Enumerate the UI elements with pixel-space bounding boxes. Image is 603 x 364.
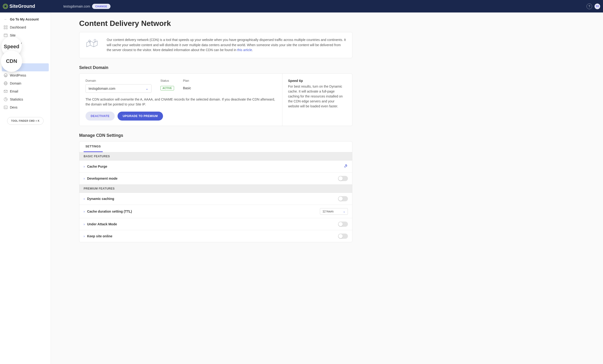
- status-label: Status: [160, 79, 174, 82]
- page-title: Content Delivery Network: [79, 19, 352, 28]
- svg-rect-2: [4, 28, 5, 29]
- basic-features-header: BASIC FEATURES: [79, 152, 352, 160]
- activation-note: The CDN activation will overwrite the A,…: [85, 97, 276, 107]
- sidebar: ← Go To My Account Dashboard Site Securi…: [0, 12, 51, 364]
- chevron-right-icon: ›: [84, 222, 85, 226]
- help-icon[interactable]: ?: [587, 3, 592, 9]
- upgrade-button[interactable]: UPGRADE TO PREMIUM: [117, 112, 163, 121]
- sidebar-item-label: Domain: [10, 81, 21, 85]
- tip-title: Speed tip: [288, 79, 347, 83]
- sidebar-item-label: Statistics: [10, 97, 23, 101]
- avatar[interactable]: SS: [594, 3, 600, 9]
- change-domain-button[interactable]: CHANGE: [92, 4, 111, 9]
- svg-point-19: [346, 165, 347, 166]
- chevron-right-icon: ›: [84, 210, 85, 213]
- sidebar-item-label: Email: [10, 90, 18, 93]
- wordpress-icon: [4, 73, 8, 77]
- sidebar-item-statistics[interactable]: Statistics: [2, 95, 49, 103]
- setting-under-attack[interactable]: › Under Attack Mode: [79, 218, 352, 230]
- grid-icon: [4, 25, 8, 29]
- domain-select-value: testsgdomain.com: [89, 87, 116, 91]
- svg-rect-12: [4, 90, 7, 92]
- ttl-select[interactable]: 12 hours ⌄: [320, 208, 348, 215]
- tip-text: For best results, turn on the Dynamic ca…: [288, 84, 347, 109]
- arrow-left-icon: ←: [4, 17, 8, 21]
- plan-label: Plan: [183, 79, 191, 82]
- chevron-right-icon: ›: [84, 197, 85, 201]
- intro-card: Our content delivery network (CDN) is a …: [79, 32, 352, 58]
- domain-select[interactable]: testsgdomain.com ⌄: [85, 84, 151, 93]
- chevron-down-icon: ⌄: [343, 210, 345, 213]
- toggle-keep-online[interactable]: [338, 234, 348, 239]
- setting-dynamic-caching[interactable]: › Dynamic caching: [79, 193, 352, 205]
- callout-cdn: CDN: [1, 51, 22, 72]
- setting-keep-online[interactable]: › Keep site online: [79, 230, 352, 242]
- svg-point-18: [94, 39, 96, 41]
- current-domain: testsgdomain.com: [63, 4, 90, 8]
- domain-label: Domain: [85, 79, 151, 82]
- select-domain-title: Select Domain: [79, 65, 352, 70]
- chevron-down-icon: ⌄: [146, 87, 148, 91]
- sidebar-back-label: Go To My Account: [10, 17, 39, 21]
- sidebar-item-devs[interactable]: Devs: [2, 103, 49, 111]
- ttl-value: 12 hours: [323, 210, 334, 213]
- premium-features-header: PREMIUM FEATURES: [79, 185, 352, 193]
- globe-icon: [4, 81, 8, 85]
- tool-finder-button[interactable]: TOOL FINDER CMD + K: [7, 117, 44, 125]
- plan-value: Basic: [183, 84, 191, 90]
- toggle-dev-mode[interactable]: [338, 176, 348, 181]
- chevron-right-icon: ›: [84, 177, 85, 180]
- terminal-icon: [4, 105, 8, 109]
- setting-dev-mode[interactable]: › Development mode: [79, 173, 352, 185]
- toggle-dynamic-caching[interactable]: [338, 196, 348, 201]
- sidebar-item-domain[interactable]: Domain: [2, 79, 49, 87]
- sidebar-item-email[interactable]: Email: [2, 87, 49, 95]
- svg-rect-1: [6, 26, 7, 27]
- sidebar-item-wordpress[interactable]: WordPress: [2, 71, 49, 79]
- sidebar-item-dashboard[interactable]: Dashboard: [2, 23, 49, 31]
- toggle-under-attack[interactable]: [338, 222, 348, 227]
- logo-icon: [3, 4, 8, 9]
- rocket-icon[interactable]: [344, 164, 348, 169]
- sidebar-item-label: WordPress: [10, 73, 26, 77]
- status-badge: ACTIVE: [160, 86, 174, 91]
- browser-icon: [4, 34, 8, 37]
- brand-logo[interactable]: SiteGround: [3, 3, 35, 9]
- svg-rect-4: [4, 34, 7, 37]
- chevron-right-icon: ›: [84, 165, 85, 168]
- tab-settings[interactable]: SETTINGS: [84, 141, 103, 152]
- setting-ttl[interactable]: › Cache duration setting (TTL) 12 hours …: [79, 205, 352, 218]
- sidebar-item-label: Devs: [10, 105, 17, 109]
- pie-icon: [4, 97, 8, 101]
- mail-icon: [4, 90, 8, 93]
- deactivate-button[interactable]: DEACTIVATE: [85, 112, 115, 121]
- setting-cache-purge[interactable]: › Cache Purge: [79, 160, 352, 173]
- intro-text: Our content delivery network (CDN) is a …: [107, 37, 346, 53]
- brand-name: SiteGround: [9, 3, 35, 9]
- chevron-right-icon: ›: [84, 234, 85, 238]
- manage-title: Manage CDN Settings: [79, 133, 352, 138]
- svg-rect-3: [6, 28, 7, 29]
- sidebar-item-label: Dashboard: [10, 25, 26, 29]
- intro-link[interactable]: this article: [237, 48, 252, 52]
- svg-rect-14: [4, 106, 7, 109]
- map-icon: [85, 37, 100, 49]
- sidebar-back[interactable]: ← Go To My Account: [2, 15, 49, 23]
- svg-rect-0: [4, 26, 5, 27]
